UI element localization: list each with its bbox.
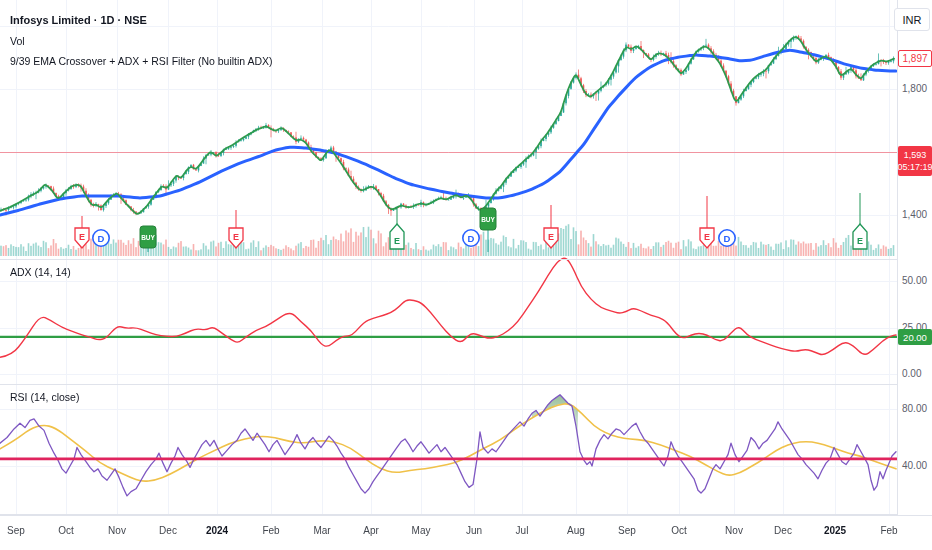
strategy-legend[interactable]: 9/39 EMA Crossover + ADX + RSI Filter (N… xyxy=(10,55,273,67)
last-price-label: 1,897 xyxy=(898,50,932,67)
time-axis-month-label: Nov xyxy=(725,525,743,536)
rsi-tick: 40.00 xyxy=(902,460,927,471)
countdown-price-label: 1,593 05:17:19 xyxy=(898,146,932,176)
time-axis-month-label: Dec xyxy=(774,525,792,536)
adx-tick: 50.00 xyxy=(902,275,927,286)
time-axis-month-label: Sep xyxy=(7,525,25,536)
tradingview-chart-window: EDBUYEEDBUYEEDE Infosys Limited · 1D · N… xyxy=(0,0,932,550)
adx-tick: 0.00 xyxy=(902,368,921,379)
price-tick: 1,800 xyxy=(902,83,927,94)
rsi-tick: 80.00 xyxy=(902,403,927,414)
time-axis-month-label: Apr xyxy=(363,525,379,536)
countdown-price: 1,593 xyxy=(904,149,927,161)
time-axis-month-label: Sep xyxy=(618,525,636,536)
chart-canvas[interactable] xyxy=(0,0,932,550)
price-axis[interactable]: 1,8001,40050.0025.000.0080.0040.00 xyxy=(897,0,932,515)
time-axis-month-label: Feb xyxy=(880,525,897,536)
time-axis-month-label: Aug xyxy=(567,525,585,536)
time-axis[interactable]: SepOctNovDec2024FebMarAprMayJunJulAugSep… xyxy=(0,515,932,550)
time-axis-month-label: Mar xyxy=(313,525,330,536)
time-axis-month-label: May xyxy=(412,525,431,536)
currency-toggle-button[interactable]: INR xyxy=(894,8,930,31)
time-axis-month-label: Jun xyxy=(466,525,482,536)
time-axis-year-label: 2024 xyxy=(206,525,228,536)
time-axis-month-label: Oct xyxy=(58,525,74,536)
time-axis-month-label: Dec xyxy=(159,525,177,536)
time-axis-year-label: 2025 xyxy=(824,525,846,536)
countdown-timer: 05:17:19 xyxy=(897,161,932,173)
time-axis-month-label: Nov xyxy=(108,525,126,536)
adx-panel-label[interactable]: ADX (14, 14) xyxy=(10,266,71,278)
rsi-panel-label[interactable]: RSI (14, close) xyxy=(10,391,79,403)
symbol-legend[interactable]: Infosys Limited · 1D · NSE xyxy=(10,14,147,26)
adx-threshold-label: 20.00 xyxy=(898,329,932,345)
time-axis-month-label: Jul xyxy=(516,525,529,536)
volume-legend[interactable]: Vol xyxy=(10,35,25,47)
price-tick: 1,400 xyxy=(902,209,927,220)
time-axis-month-label: Oct xyxy=(671,525,687,536)
time-axis-month-label: Feb xyxy=(262,525,279,536)
